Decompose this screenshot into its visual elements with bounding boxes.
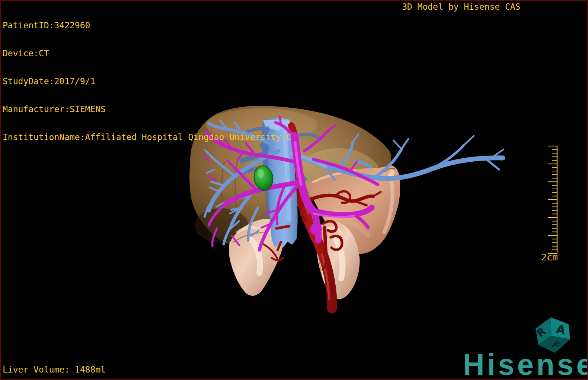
device-text: Device:CT	[3, 49, 291, 58]
study-date-text: StudyDate:2017/9/1	[3, 77, 291, 86]
cas-3d-viewer-window: 2cm R A F PatientID:3422960 Device:CT St…	[0, 0, 588, 380]
orientation-cube[interactable]: R A F	[534, 317, 570, 353]
hisense-logo: Hisense	[463, 349, 588, 380]
manufacturer-text: Manufacturer:SIEMENS	[3, 105, 291, 114]
liver-volume-text: Liver Volume: 1488ml	[3, 365, 106, 374]
patient-info-overlay: PatientID:3422960 Device:CT StudyDate:20…	[3, 2, 291, 161]
scale-ruler: 2cm	[541, 146, 558, 263]
watermark-text: 3D Model by Hisense CAS	[402, 2, 521, 12]
patient-id-text: PatientID:3422960	[3, 21, 291, 30]
institution-text: InstitutionName:Affiliated Hospital Qing…	[3, 133, 291, 142]
scale-ruler-label: 2cm	[541, 252, 558, 263]
